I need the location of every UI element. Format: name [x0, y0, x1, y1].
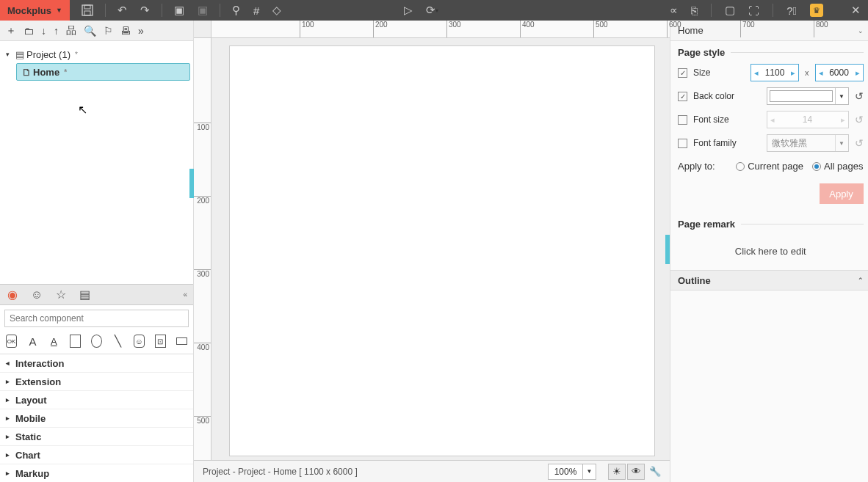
ungroup-icon[interactable]: ▣ [198, 4, 208, 17]
paint-icon[interactable]: ◇ [272, 4, 281, 17]
underline-text-icon[interactable]: A [48, 335, 59, 348]
increment-icon[interactable]: ▸ [838, 115, 848, 125]
all-pages-radio[interactable] [812, 162, 821, 171]
move-up-icon[interactable]: ↑ [54, 25, 59, 37]
apply-button[interactable]: Apply [820, 183, 864, 204]
text-component-icon[interactable]: A [27, 335, 38, 348]
right-panel-handle[interactable] [665, 235, 670, 264]
back-color-row: Back color ▼ ↺ [670, 84, 868, 108]
print-icon[interactable]: 🖶 [120, 25, 131, 37]
tree-page-row-home[interactable]: 🗋 Home * [16, 63, 190, 81]
category-mobile[interactable]: ▸Mobile [0, 409, 193, 428]
collapse-icon[interactable]: ⌄ [858, 27, 864, 34]
rectangle-component-icon[interactable] [70, 335, 81, 348]
size-checkbox[interactable] [678, 68, 687, 78]
height-field[interactable]: ◂ 6000 ▸ [815, 64, 864, 81]
undo-icon[interactable]: ↶ [117, 4, 127, 17]
category-chart[interactable]: ▸Chart [0, 446, 193, 464]
font-family-field[interactable]: 微软雅黑 ▼ [767, 134, 849, 152]
add-folder-icon[interactable]: 🗀 [23, 25, 34, 37]
decrement-icon[interactable]: ◂ [816, 68, 826, 78]
font-size-checkbox[interactable] [678, 115, 687, 125]
collapse-icon[interactable]: « [183, 291, 187, 299]
sitemap-icon[interactable]: 品 [66, 24, 76, 37]
increment-icon[interactable]: ▸ [853, 68, 863, 78]
more-icon[interactable]: » [138, 25, 144, 37]
refresh-icon[interactable]: ⟳ ▾ [426, 4, 438, 17]
expand-icon[interactable]: ⌃ [858, 277, 864, 284]
decrement-icon[interactable]: ◂ [767, 115, 778, 125]
share-icon[interactable]: ∝ [670, 4, 678, 17]
category-layout[interactable]: ▸Layout [0, 391, 193, 409]
pin-icon[interactable]: ⚲ [232, 4, 240, 17]
search-icon[interactable]: 🔍 [84, 25, 96, 37]
ruler-corner[interactable] [194, 21, 211, 38]
page-remark-field[interactable]: Click here to edit [670, 233, 868, 270]
flag-icon[interactable]: ⚐ [104, 25, 113, 37]
back-color-checkbox[interactable] [678, 92, 687, 101]
zoom-dropdown-icon[interactable]: ▼ [583, 464, 596, 480]
right-panel: Home ⌄ Page style Size ◂ 1100 ▸ x ◂ 6000… [670, 21, 868, 482]
redo-icon[interactable]: ↷ [140, 4, 150, 17]
mouse-cursor-icon: ↖ [78, 103, 87, 117]
image-component-icon[interactable]: ⊡ [155, 335, 166, 348]
wrench-icon[interactable]: 🔧 [646, 464, 664, 480]
font-family-checkbox[interactable] [678, 139, 687, 148]
width-field[interactable]: ◂ 1100 ▸ [751, 64, 799, 81]
ok-button-component-icon[interactable]: OK [6, 335, 17, 348]
horizontal-ruler[interactable]: 100 200 300 400 500 600 700 800 900 [211, 21, 670, 38]
app-menu-button[interactable]: Mockplus ▼ [0, 0, 70, 21]
input-component-icon[interactable] [176, 337, 187, 345]
help-icon[interactable]: ?⃝ [786, 4, 797, 17]
category-extension[interactable]: ▸Extension [0, 373, 193, 391]
category-interaction[interactable]: ◂Interaction [0, 354, 193, 373]
grid-icon[interactable]: # [253, 4, 259, 17]
save-icon[interactable] [82, 4, 93, 16]
increment-icon[interactable]: ▸ [788, 68, 798, 78]
reset-icon[interactable]: ↺ [855, 114, 864, 125]
collapse-arrow-icon[interactable]: ▾ [6, 51, 13, 58]
dropdown-icon[interactable]: ▼ [835, 135, 848, 151]
line-component-icon[interactable]: ╲ [112, 335, 123, 348]
favorites-tab-icon[interactable]: ☆ [56, 288, 66, 302]
zoom-control[interactable]: 100% ▼ [548, 464, 596, 480]
visibility-icon[interactable]: 👁 [627, 464, 645, 480]
decrement-icon[interactable]: ◂ [751, 68, 762, 78]
page-surface[interactable] [229, 45, 655, 456]
back-color-field[interactable]: ▼ [767, 87, 849, 105]
fullscreen-icon[interactable]: ⛶ [748, 4, 759, 17]
smiley-component-icon[interactable]: ☺ [134, 335, 145, 348]
tree-project-row[interactable]: ▾ ▤ Project (1) * [3, 45, 190, 63]
current-page-radio[interactable] [736, 162, 745, 171]
outline-header[interactable]: Outline ⌃ [670, 270, 868, 291]
components-tab-icon[interactable]: ◉ [7, 288, 18, 302]
color-dropdown-icon[interactable]: ▼ [835, 88, 848, 104]
font-size-field[interactable]: ◂ 14 ▸ [767, 111, 849, 128]
canvas-viewport[interactable] [211, 38, 670, 460]
color-swatch[interactable] [770, 90, 833, 102]
close-icon[interactable]: ✕ [851, 4, 861, 17]
vertical-ruler[interactable]: 100 200 300 400 500 [194, 38, 211, 460]
reset-icon[interactable]: ↺ [855, 137, 864, 149]
emoji-tab-icon[interactable]: ☺ [31, 288, 43, 302]
move-down-icon[interactable]: ↓ [41, 25, 46, 37]
play-icon[interactable]: ▷ [404, 4, 413, 17]
properties-header[interactable]: Home ⌄ [670, 21, 868, 41]
group-icon[interactable]: ▣ [174, 4, 184, 17]
library-tab-icon[interactable]: ▤ [79, 288, 90, 302]
category-static[interactable]: ▸Static [0, 428, 193, 446]
add-page-icon[interactable]: ＋ [6, 24, 16, 37]
search-input[interactable] [4, 310, 189, 327]
brightness-icon[interactable]: ☀ [608, 464, 626, 480]
left-panel-handle[interactable] [189, 169, 194, 198]
canvas-area: ▸ 100 200 300 400 500 600 700 800 900 10… [194, 21, 670, 482]
reset-icon[interactable]: ↺ [855, 90, 864, 102]
font-size-row: Font size ◂ 14 ▸ ↺ [670, 108, 868, 131]
zoom-value[interactable]: 100% [548, 464, 583, 480]
separator [773, 4, 773, 17]
crown-icon[interactable]: ♛ [810, 4, 823, 17]
category-markup[interactable]: ▸Markup [0, 464, 193, 482]
window-icon[interactable]: ▢ [725, 4, 735, 17]
export-icon[interactable]: ⎘ [691, 4, 698, 17]
circle-component-icon[interactable] [91, 335, 102, 348]
